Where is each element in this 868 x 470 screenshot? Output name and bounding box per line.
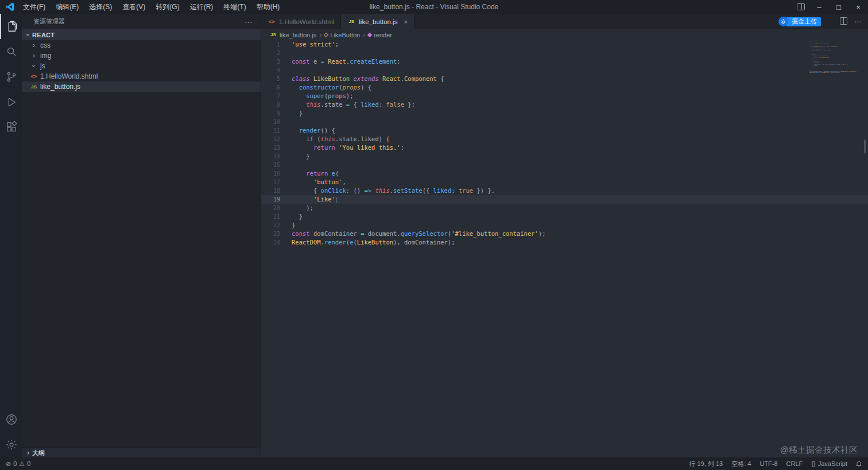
menu-查看(V)[interactable]: 查看(V) — [117, 0, 150, 14]
line-number: 7 — [261, 92, 280, 100]
line-number: 21 — [261, 212, 280, 221]
tree-item-like_button.js[interactable]: JSlike_button.js — [22, 81, 261, 92]
close-tab-icon[interactable]: × — [404, 18, 407, 25]
code-line[interactable]: 23const domContainer = document.querySel… — [261, 230, 868, 238]
line-number: 18 — [261, 187, 280, 195]
menu-终端(T)[interactable]: 终端(T) — [218, 0, 251, 14]
shtml-file-icon: <> — [30, 73, 38, 79]
chevron-right-icon: › — [30, 52, 38, 60]
extensions-icon[interactable] — [0, 115, 22, 140]
code-line[interactable]: 10 — [261, 118, 868, 126]
juejin-upload-button[interactable]: 掘金上传 — [778, 17, 821, 26]
more-actions-icon[interactable]: ⋯ — [854, 18, 861, 26]
more-actions-icon[interactable]: ⋯ — [245, 17, 253, 26]
upload-button-label: 掘金上传 — [786, 17, 821, 26]
code-line[interactable]: 14 } — [261, 152, 868, 161]
code-line[interactable]: 19 'Like' — [261, 195, 868, 204]
account-icon[interactable] — [0, 407, 22, 432]
code-line[interactable]: 11 render() { — [261, 126, 868, 135]
code-line[interactable]: 24ReactDOM.render(e(LikeButton), domCont… — [261, 238, 868, 247]
line-number: 12 — [261, 135, 280, 143]
code-line[interactable]: 3const e = React.createElement; — [261, 57, 868, 66]
status-item-CRLF[interactable]: CRLF — [786, 460, 803, 467]
status-item-JavaScript[interactable]: {}JavaScript — [811, 460, 847, 467]
code-line[interactable]: 13 return 'You liked this.'; — [261, 143, 868, 152]
braces-icon: {} — [811, 460, 815, 467]
outline-section[interactable]: › 大纲 — [22, 448, 261, 457]
layout-toggle-icon[interactable] — [792, 0, 809, 14]
editor-group: <>1.HelloWorld.shtmlJSlike_button.js× ⋯ … — [261, 14, 868, 457]
run-debug-icon[interactable] — [0, 90, 22, 115]
breadcrumb-item-render[interactable]: render — [368, 32, 392, 38]
tree-item-label: js — [40, 62, 45, 70]
menu-文件(F)[interactable]: 文件(F) — [18, 0, 51, 14]
code-line[interactable]: 8 this.state = { liked: false }; — [261, 100, 868, 109]
menu-选择(S)[interactable]: 选择(S) — [84, 0, 117, 14]
menu-编辑(E)[interactable]: 编辑(E) — [51, 0, 84, 14]
code-line[interactable]: 6 constructor(props) { — [261, 83, 868, 92]
breadcrumb-label: render — [374, 32, 392, 38]
line-number: 4 — [261, 66, 280, 75]
workspace-name: REACT — [32, 32, 55, 38]
code-editor[interactable]: 1'use strict';23const e = React.createEl… — [261, 40, 868, 457]
tab-1.HelloWorld.shtml[interactable]: <>1.HelloWorld.shtml — [261, 14, 341, 29]
status-item-行 19, 列 13[interactable]: 行 19, 列 13 — [689, 460, 723, 468]
menu-运行(R)[interactable]: 运行(R) — [185, 0, 219, 14]
warning-icon: ⚠ — [19, 460, 25, 468]
tree-item-1.HelloWorld.shtml[interactable]: <>1.HelloWorld.shtml — [22, 71, 261, 81]
maximize-button[interactable]: □ — [829, 0, 848, 14]
notifications-bell-icon[interactable] — [855, 460, 862, 468]
line-number: 24 — [261, 238, 280, 247]
menu-转到(G)[interactable]: 转到(G) — [150, 0, 184, 14]
status-item-空格: 4[interactable]: 空格: 4 — [731, 460, 751, 468]
chevron-down-icon: › — [30, 62, 38, 70]
breadcrumb-item-like_button.js[interactable]: JSlike_button.js — [269, 32, 316, 38]
chevron-down-icon: › — [24, 31, 32, 39]
settings-gear-icon[interactable] — [0, 432, 22, 457]
line-number: 6 — [261, 83, 280, 92]
chevron-right-icon: › — [30, 41, 38, 49]
workspace-section-react[interactable]: › REACT — [22, 29, 261, 40]
line-number: 10 — [261, 118, 280, 126]
code-line[interactable]: 15 — [261, 161, 868, 169]
breadcrumb-item-LikeButton[interactable]: LikeButton — [324, 32, 360, 38]
code-line[interactable]: 22} — [261, 221, 868, 230]
code-line[interactable]: 5class LikeButton extends React.Componen… — [261, 75, 868, 83]
code-line[interactable]: 12 if (this.state.liked) { — [261, 135, 868, 143]
outline-label: 大纲 — [32, 449, 45, 457]
tree-item-label: 1.HelloWorld.shtml — [40, 72, 98, 80]
line-number: 22 — [261, 221, 280, 230]
source-control-icon[interactable] — [0, 64, 22, 90]
text-cursor — [336, 197, 337, 203]
search-icon[interactable] — [0, 39, 22, 64]
status-item-UTF-8[interactable]: UTF-8 — [760, 460, 777, 467]
code-line[interactable]: 18 { onClick: () => this.setState({ like… — [261, 187, 868, 195]
tree-item-img[interactable]: ›img — [22, 51, 261, 61]
code-line[interactable]: 21 } — [261, 212, 868, 221]
code-line[interactable]: 9 } — [261, 109, 868, 118]
error-count: 0 — [13, 460, 17, 467]
split-editor-icon[interactable] — [840, 17, 847, 26]
shtml-file-icon: <> — [268, 19, 276, 25]
code-line[interactable]: 16 return e( — [261, 169, 868, 178]
sidebar-explorer: 资源管理器 ⋯ › REACT ›css›img›js<>1.HelloWorl… — [22, 14, 261, 457]
menu-帮助(H)[interactable]: 帮助(H) — [251, 0, 285, 14]
explorer-icon[interactable] — [0, 14, 22, 39]
tab-like_button.js[interactable]: JSlike_button.js× — [341, 14, 414, 29]
problems-indicator[interactable]: ⊘ 0 ⚠ 0 — [6, 460, 30, 468]
code-line[interactable]: 17 'button', — [261, 178, 868, 187]
js-file-icon: JS — [30, 84, 38, 90]
line-number: 9 — [261, 109, 280, 118]
code-line[interactable]: 1'use strict'; — [261, 40, 868, 49]
code-line[interactable]: 2 — [261, 49, 868, 57]
error-icon: ⊘ — [6, 460, 11, 468]
scrollbar-thumb[interactable] — [864, 139, 866, 153]
close-window-button[interactable]: × — [848, 0, 868, 14]
minimize-button[interactable]: – — [809, 0, 829, 14]
tree-item-js[interactable]: ›js — [22, 61, 261, 71]
code-line[interactable]: 20 ); — [261, 204, 868, 212]
code-line[interactable]: 4 — [261, 66, 868, 75]
code-line[interactable]: 7 super(props); — [261, 92, 868, 100]
tree-item-css[interactable]: ›css — [22, 40, 261, 51]
tab-bar: <>1.HelloWorld.shtmlJSlike_button.js× ⋯ — [261, 14, 868, 29]
